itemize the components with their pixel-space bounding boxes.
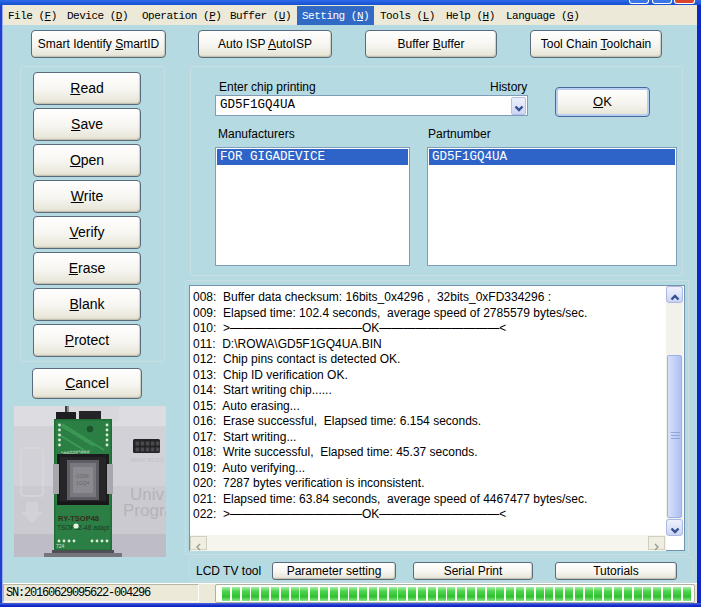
svg-text:TSOP32-48 adapt: TSOP32-48 adapt xyxy=(57,524,110,532)
svg-text:Progra: Progra xyxy=(123,501,166,520)
svg-text:GD5F: GD5F xyxy=(76,473,89,479)
svg-text:RY-TSOP48: RY-TSOP48 xyxy=(58,514,99,523)
svg-text:WAIT BUSY: WAIT BUSY xyxy=(131,457,164,463)
svg-text:724: 724 xyxy=(56,543,65,549)
svg-text:1GQ4: 1GQ4 xyxy=(76,480,90,486)
